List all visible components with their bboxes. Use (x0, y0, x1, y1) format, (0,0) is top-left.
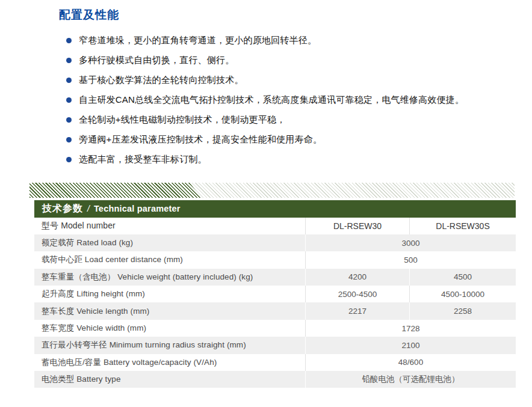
feature-item: 旁通阀+压差发讯液压控制技术，提高安全性能和使用寿命。 (66, 135, 524, 145)
feature-item: 选配丰富，接受整车非标订制。 (66, 155, 524, 165)
table-row-rated-load: 额定载荷 Rated load (kg) 3000 (34, 234, 516, 251)
feature-text: 自主研发CAN总线全交流电气拓扑控制技术，系统高度集成通讯可靠稳定，电气维修高效… (79, 95, 464, 105)
spec-value: 48/600 (305, 354, 516, 371)
feature-text: 窄巷道堆垛，更小的直角转弯通道，更小的原地回转半径。 (79, 35, 317, 46)
bullet-icon (66, 157, 72, 162)
table-title-bar: 技术参数 / Technical parameter (34, 200, 516, 218)
table-title-separator: / (87, 204, 90, 213)
decorative-stripe-dark-section (29, 183, 515, 198)
spec-label: 整车宽度 Vehicle width (mm) (34, 320, 305, 337)
spec-label: 整车重量（含电池） Vehicle weight (battery includ… (34, 269, 305, 286)
bullet-icon (66, 97, 72, 103)
table-row-lifting-height: 起升高度 Lifting height (mm) 2500-4500 4500-… (34, 286, 516, 302)
spec-value: 2500-4500 (305, 286, 409, 302)
table-row-vehicle-length: 整车长度 Vehicle length (mm) 2217 2258 (34, 302, 516, 319)
feature-item: 全轮制动+线性电磁制动控制技术，使制动更平稳， (66, 115, 524, 125)
spec-label: 电池类型 Battery type (34, 371, 305, 388)
spec-label: 蓄电池电压/容量 Battery voltage/capacity (V/Ah) (34, 354, 305, 371)
feature-text: 多种行驶模式自由切换，直行、侧行。 (79, 55, 234, 66)
spec-label: 型号 Model number (34, 218, 305, 234)
feature-text: 全轮制动+线性电磁制动控制技术，使制动更平稳， (79, 115, 285, 125)
feature-list: 窄巷道堆垛，更小的直角转弯通道，更小的原地回转半径。 多种行驶模式自由切换，直行… (66, 35, 524, 174)
spec-value: 1728 (305, 320, 516, 337)
table-row-battery-voltage: 蓄电池电压/容量 Battery voltage/capacity (V/Ah)… (34, 354, 516, 371)
table-row-vehicle-weight: 整车重量（含电池） Vehicle weight (battery includ… (34, 269, 516, 286)
spec-label: 起升高度 Lifting height (mm) (34, 286, 305, 302)
spec-value: 4500-10000 (409, 286, 516, 302)
spec-value: 2100 (305, 337, 516, 353)
bullet-icon (66, 38, 72, 43)
spec-value: 铅酸电池（可选配锂电池） (305, 371, 516, 388)
bullet-icon (66, 117, 72, 123)
spec-value: 4500 (409, 269, 516, 286)
spec-label: 整车长度 Vehicle length (mm) (34, 302, 305, 319)
table-row-model: 型号 Model number DL-RSEW30 DL-RSEW30S (34, 218, 516, 234)
table-row-battery-type: 电池类型 Battery type 铅酸电池（可选配锂电池） (34, 371, 516, 388)
table-row-vehicle-width: 整车宽度 Vehicle width (mm) 1728 (34, 320, 516, 337)
spec-label: 额定载荷 Rated load (kg) (34, 234, 305, 251)
spec-value: 2258 (409, 302, 516, 319)
feature-item: 自主研发CAN总线全交流电气拓扑控制技术，系统高度集成通讯可靠稳定，电气维修高效… (66, 95, 524, 105)
table-title-cn: 技术参数 (42, 203, 83, 215)
bullet-icon (66, 78, 72, 83)
spec-label: 直行最小转弯半径 Minimum turning radius straight… (34, 337, 305, 353)
feature-text: 选配丰富，接受整车非标订制。 (79, 155, 207, 165)
spec-value: 4200 (305, 269, 409, 286)
spec-value: DL-RSEW30S (409, 218, 516, 234)
feature-item: 多种行驶模式自由切换，直行、侧行。 (66, 55, 524, 66)
feature-text: 旁通阀+压差发讯液压控制技术，提高安全性能和使用寿命。 (79, 135, 322, 145)
feature-item: 基于核心数学算法的全轮转向控制技术。 (66, 75, 524, 85)
table-row-turning-radius: 直行最小转弯半径 Minimum turning radius straight… (34, 337, 516, 353)
spec-value: 500 (305, 251, 516, 268)
spec-value: DL-RSEW30 (305, 218, 409, 234)
bullet-icon (66, 137, 72, 142)
bullet-icon (66, 58, 72, 63)
spec-value: 3000 (305, 234, 516, 251)
page-title: 配置及性能 (59, 7, 119, 23)
spec-label: 载荷中心距 Load center distance (mm) (34, 251, 305, 268)
decorative-stripe-band (29, 183, 515, 198)
table-row-load-center: 载荷中心距 Load center distance (mm) 500 (34, 251, 516, 268)
table-title-en: Technical parameter (94, 204, 181, 213)
feature-text: 基于核心数学算法的全轮转向控制技术。 (79, 75, 244, 85)
feature-item: 窄巷道堆垛，更小的直角转弯通道，更小的原地回转半径。 (66, 35, 524, 46)
spec-table: 型号 Model number DL-RSEW30 DL-RSEW30S 额定载… (34, 218, 516, 388)
spec-value: 2217 (305, 302, 409, 319)
